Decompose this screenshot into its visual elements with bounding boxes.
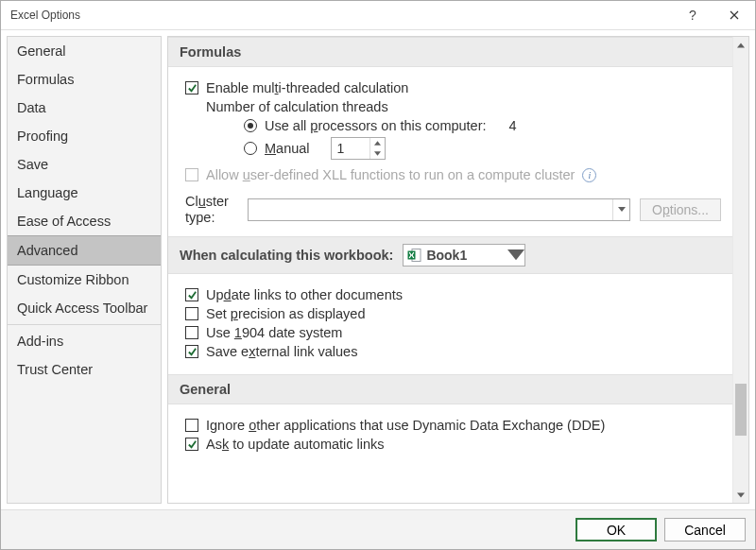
use-all-processors-radio[interactable] <box>244 119 257 132</box>
section-calc-workbook-title: When calculating this workbook: <box>180 248 393 263</box>
options-content: Formulas Enable multi-threaded calculati… <box>168 37 732 503</box>
sidebar-item-general[interactable]: General <box>8 37 161 65</box>
use-all-processors-label: Use all processors on this computer: <box>265 118 487 133</box>
chevron-down-icon[interactable] <box>612 199 629 220</box>
spinner-down-icon[interactable] <box>369 148 385 159</box>
enable-multithread-label: Enable multi-threaded calculation <box>206 80 408 95</box>
manual-threads-label: Manual <box>265 141 310 156</box>
sidebar-item-proofing[interactable]: Proofing <box>8 122 161 150</box>
scroll-up-icon[interactable] <box>733 37 748 53</box>
section-general-title: General <box>180 382 231 397</box>
info-icon[interactable]: i <box>582 168 596 182</box>
sidebar-item-add-ins[interactable]: Add-ins <box>8 327 161 355</box>
spinner-up-icon[interactable] <box>369 138 385 148</box>
save-external-checkbox[interactable] <box>185 345 198 358</box>
sidebar-item-quick-access-toolbar[interactable]: Quick Access Toolbar <box>8 294 161 322</box>
help-button[interactable]: ? <box>672 1 713 29</box>
workbook-selector[interactable]: Book1 <box>403 244 525 266</box>
save-external-label: Save external link values <box>206 344 357 359</box>
ok-button[interactable]: OK <box>576 518 657 541</box>
sidebar-item-formulas[interactable]: Formulas <box>8 65 161 94</box>
category-sidebar: GeneralFormulasDataProofingSaveLanguageE… <box>7 36 162 504</box>
chevron-down-icon[interactable] <box>507 245 524 266</box>
ignore-dde-checkbox[interactable] <box>185 419 198 432</box>
vertical-scrollbar[interactable] <box>732 37 748 503</box>
sidebar-item-advanced[interactable]: Advanced <box>8 235 161 266</box>
update-links-label: Update links to other documents <box>206 287 403 302</box>
section-formulas-title: Formulas <box>180 44 241 60</box>
processor-count: 4 <box>509 118 517 133</box>
manual-threads-value: 1 <box>332 141 369 156</box>
workbook-name: Book1 <box>426 248 507 263</box>
sidebar-item-trust-center[interactable]: Trust Center <box>8 355 161 384</box>
sidebar-item-customize-ribbon[interactable]: Customize Ribbon <box>8 266 161 294</box>
ask-update-links-checkbox[interactable] <box>185 438 198 451</box>
manual-threads-spinner[interactable]: 1 <box>331 137 386 160</box>
use-1904-label: Use 1904 date system <box>206 325 342 340</box>
section-formulas-header: Formulas <box>168 37 732 67</box>
cancel-button[interactable]: Cancel <box>664 518 746 541</box>
allow-xll-cluster-label: Allow user-defined XLL functions to run … <box>206 167 575 182</box>
dialog-footer: OK Cancel <box>1 509 755 549</box>
excel-file-icon <box>407 248 422 263</box>
sidebar-separator <box>8 324 161 325</box>
scroll-down-icon[interactable] <box>733 487 748 503</box>
sidebar-item-data[interactable]: Data <box>8 94 161 122</box>
sidebar-item-ease-of-access[interactable]: Ease of Access <box>8 207 161 235</box>
close-button[interactable] <box>713 1 755 29</box>
update-links-checkbox[interactable] <box>185 288 198 301</box>
ignore-dde-label: Ignore other applications that use Dynam… <box>206 418 605 433</box>
sidebar-item-language[interactable]: Language <box>8 179 161 207</box>
ask-update-links-label: Ask to update automatic links <box>206 437 385 452</box>
set-precision-checkbox[interactable] <box>185 307 198 320</box>
cluster-type-combo[interactable] <box>248 198 630 221</box>
set-precision-label: Set precision as displayed <box>206 306 365 321</box>
use-1904-checkbox[interactable] <box>185 326 198 339</box>
scroll-thumb[interactable] <box>735 384 747 436</box>
window-title: Excel Options <box>10 9 80 22</box>
sidebar-item-save[interactable]: Save <box>8 150 161 179</box>
section-calc-workbook-header: When calculating this workbook: Book1 <box>168 236 732 274</box>
cluster-options-button: Options... <box>640 198 721 221</box>
calc-threads-label: Number of calculation threads <box>206 99 388 114</box>
section-general-header: General <box>168 374 732 404</box>
cluster-type-label: Cluster type: <box>185 194 238 225</box>
manual-threads-radio[interactable] <box>244 142 257 155</box>
excel-options-dialog: Excel Options ? GeneralFormulasDataProof… <box>0 0 756 550</box>
scroll-track[interactable] <box>733 53 748 487</box>
titlebar: Excel Options ? <box>1 1 755 29</box>
enable-multithread-checkbox[interactable] <box>185 81 198 95</box>
allow-xll-cluster-checkbox <box>185 168 198 181</box>
